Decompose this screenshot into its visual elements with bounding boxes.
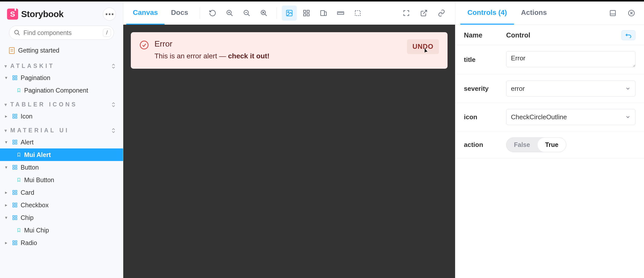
search-field[interactable]: /: [9, 26, 114, 40]
sidebar-item-getting-started[interactable]: Getting started: [0, 45, 123, 58]
component-icon[interactable]: ▸ Icon: [0, 110, 123, 123]
mui-alert: Error This is an error alert — check it …: [131, 32, 448, 69]
action-toggle[interactable]: False True: [506, 137, 566, 152]
document-icon: [9, 47, 15, 54]
search-input[interactable]: [23, 29, 103, 36]
group-header-tabler[interactable]: ▾TABLER ICONS: [0, 97, 123, 110]
sidebar-menu-button[interactable]: [103, 8, 116, 21]
expand-collapse-icon[interactable]: [111, 63, 116, 69]
caret-down-icon: ▾: [5, 137, 9, 147]
alert-content: Error This is an error alert — check it …: [154, 39, 401, 60]
component-label: Pagination: [21, 73, 50, 83]
story-mui-chip[interactable]: Mui Chip: [0, 224, 123, 236]
view-tabs: Canvas Docs: [126, 2, 195, 24]
storybook-logo[interactable]: S Storybook: [7, 9, 64, 20]
svg-rect-56: [355, 11, 360, 16]
toggle-false[interactable]: False: [506, 138, 538, 152]
caret-down-icon: ▾: [5, 102, 9, 107]
toggle-true[interactable]: True: [538, 138, 566, 152]
undo-icon: [625, 32, 632, 38]
component-label: Radio: [21, 238, 37, 248]
alert-message: This is an error alert — check it out!: [154, 52, 401, 60]
link-icon: [438, 9, 445, 17]
expand-collapse-icon[interactable]: [111, 128, 116, 134]
svg-rect-8: [13, 117, 14, 118]
component-checkbox[interactable]: ▸ Checkbox: [0, 199, 123, 211]
zoom-out-button[interactable]: [239, 6, 254, 21]
panel-orientation-button[interactable]: [605, 6, 620, 21]
svg-rect-13: [15, 143, 17, 144]
grid-button[interactable]: [299, 6, 314, 21]
component-radio[interactable]: ▸ Radio: [0, 236, 123, 249]
reset-controls-button[interactable]: [621, 30, 635, 40]
chevron-down-icon: [625, 86, 631, 91]
check-circle-outline-icon: [139, 40, 149, 50]
bookmark-icon: [17, 88, 21, 93]
remount-button[interactable]: [205, 6, 220, 21]
story-label: Mui Alert: [24, 150, 51, 160]
component-alert[interactable]: ▾ Alert: [0, 136, 123, 148]
component-label: Card: [21, 188, 34, 197]
component-label: Checkbox: [21, 200, 49, 210]
zoom-in-button[interactable]: [222, 6, 237, 21]
caret-down-icon: ▾: [5, 213, 9, 222]
title-input[interactable]: Error: [506, 51, 635, 67]
tab-actions[interactable]: Actions: [514, 2, 554, 25]
svg-rect-33: [15, 243, 17, 245]
tab-canvas[interactable]: Canvas: [126, 2, 165, 25]
tab-controls[interactable]: Controls (4): [460, 2, 514, 25]
svg-rect-2: [13, 76, 14, 77]
group-title: TABLER ICONS: [10, 101, 77, 108]
svg-rect-17: [15, 168, 17, 169]
open-isolated-button[interactable]: [416, 6, 431, 21]
group-header-mui[interactable]: ▾MATERIAL UI: [0, 123, 123, 136]
main-content: Canvas Docs Err: [123, 2, 455, 278]
component-chip[interactable]: ▾ Chip: [0, 211, 123, 224]
story-pagination-component[interactable]: Pagination Component: [0, 84, 123, 97]
storybook-logo-text: Storybook: [21, 9, 64, 19]
severity-select[interactable]: error: [506, 81, 635, 97]
svg-line-42: [265, 14, 267, 16]
outline-button[interactable]: [350, 6, 365, 21]
viewport-button[interactable]: [316, 6, 331, 21]
expand-collapse-icon[interactable]: [111, 102, 116, 108]
story-mui-alert[interactable]: Mui Alert: [0, 148, 123, 161]
component-pagination[interactable]: ▾ Pagination: [0, 71, 123, 84]
group-title: ATLASKIT: [10, 63, 55, 69]
outline-icon: [354, 9, 361, 17]
header-control: Control: [506, 31, 530, 39]
background-button[interactable]: [282, 6, 297, 21]
pointer-cursor-icon: [423, 47, 429, 55]
icon-select[interactable]: CheckCircleOutline: [506, 109, 635, 125]
control-name: title: [464, 56, 506, 64]
group-header-atlaskit[interactable]: ▾ATLASKIT: [0, 58, 123, 71]
undo-button[interactable]: UNDO: [407, 39, 439, 54]
component-card[interactable]: ▸ Card: [0, 186, 123, 199]
controls-header: Name Control: [455, 25, 644, 45]
component-icon: [12, 190, 18, 195]
svg-line-39: [248, 14, 250, 16]
external-link-icon: [420, 9, 428, 17]
control-row-severity: severity error: [455, 74, 644, 103]
addons-panel: Controls (4) Actions Name Control title …: [455, 2, 644, 278]
component-button[interactable]: ▾ Button: [0, 161, 123, 174]
story-label: Mui Chip: [24, 225, 49, 235]
viewport-icon: [320, 9, 327, 17]
bookmark-icon: [17, 227, 21, 233]
story-mui-button[interactable]: Mui Button: [0, 174, 123, 186]
caret-down-icon: ▾: [5, 73, 9, 83]
measure-button[interactable]: [333, 6, 348, 21]
alert-title: Error: [154, 39, 401, 49]
caret-right-icon: ▸: [5, 200, 9, 210]
panel-close-button[interactable]: [624, 6, 639, 21]
copy-link-button[interactable]: [434, 6, 449, 21]
image-icon: [286, 9, 293, 17]
svg-rect-46: [307, 10, 309, 12]
component-label: Button: [21, 163, 39, 172]
fullscreen-button[interactable]: [399, 6, 414, 21]
search-icon: [14, 29, 20, 36]
caret-right-icon: ▸: [5, 111, 9, 121]
tab-docs[interactable]: Docs: [165, 2, 195, 25]
zoom-reset-button[interactable]: [256, 6, 271, 21]
story-label: Pagination Component: [24, 86, 88, 95]
